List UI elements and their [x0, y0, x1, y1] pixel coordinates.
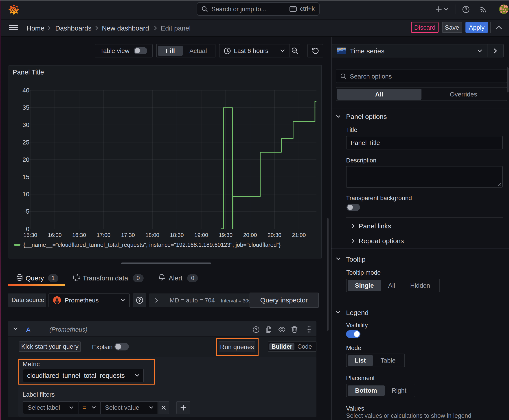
- svg-text:21:00: 21:00: [292, 232, 306, 238]
- svg-text:20:30: 20:30: [267, 232, 281, 238]
- svg-text:10: 10: [22, 191, 29, 198]
- svg-text:15:30: 15:30: [23, 232, 37, 238]
- svg-text:5: 5: [26, 208, 29, 215]
- svg-text:17:00: 17:00: [97, 232, 110, 238]
- svg-text:19:30: 19:30: [219, 232, 233, 238]
- svg-text:30: 30: [22, 121, 29, 128]
- svg-text:15: 15: [22, 173, 29, 180]
- svg-text:18:30: 18:30: [170, 232, 183, 238]
- svg-text:19:00: 19:00: [194, 232, 208, 238]
- svg-text:0: 0: [26, 225, 29, 232]
- svg-text:18:00: 18:00: [145, 232, 159, 238]
- svg-text:{__name__="cloudflared_tunnel_: {__name__="cloudflared_tunnel_total_requ…: [23, 242, 281, 248]
- svg-text:35: 35: [22, 104, 29, 111]
- svg-text:16:30: 16:30: [72, 232, 86, 238]
- svg-text:17:30: 17:30: [121, 232, 135, 238]
- svg-text:25: 25: [22, 139, 29, 146]
- svg-text:40: 40: [22, 87, 29, 94]
- svg-text:20:00: 20:00: [243, 232, 257, 238]
- svg-text:16:00: 16:00: [48, 232, 61, 238]
- svg-text:20: 20: [22, 156, 29, 163]
